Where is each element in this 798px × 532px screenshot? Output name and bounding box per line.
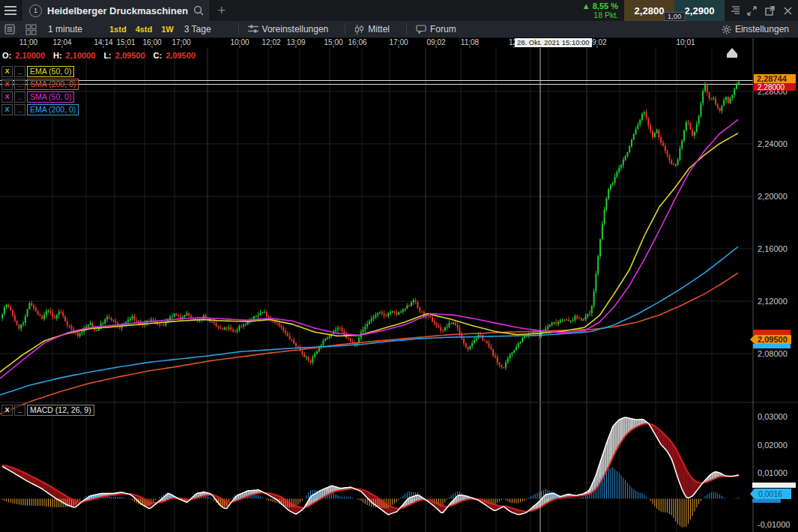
up-arrow-icon: ▲ — [582, 1, 590, 10]
time-axis: 11:0012:0414:1415:0116:0017:0010:0012:02… — [19, 38, 695, 48]
svg-text:12:04: 12:04 — [52, 38, 71, 46]
svg-text:2,12000: 2,12000 — [758, 297, 788, 306]
preset-4std-button[interactable]: 4std — [131, 25, 157, 34]
legend-ema200: X _ EMA (200, 0) — [1, 104, 79, 115]
minimize-indicator-button[interactable]: _ — [14, 91, 25, 103]
crosshair-date-tooltip: 28. Okt. 2021 15:10:00 — [515, 37, 592, 47]
gear-icon — [722, 25, 731, 34]
remove-indicator-button[interactable]: X — [1, 104, 13, 115]
minimize-indicator-button[interactable]: _ — [14, 405, 25, 416]
legend-sma200: X _ SMA (200, 0) — [1, 79, 79, 89]
svg-text:2,28744: 2,28744 — [757, 74, 788, 83]
svg-text:2,16000: 2,16000 — [758, 244, 788, 253]
bid-ask-quote: 2,2800 2,2900 1,00 — [624, 0, 725, 21]
svg-text:-0,01000: -0,01000 — [758, 520, 790, 529]
legend-macd: X _ MACD (12, 26, 9) — [1, 405, 94, 415]
open-value: 2,10000 — [15, 51, 45, 60]
svg-text:11:00: 11:00 — [19, 38, 38, 46]
legend-sma50: X _ SMA (50, 0) — [1, 91, 74, 102]
ohlc-readout: O:2,10000 H:2,10000 L:2,09500 C:2,09500 — [2, 51, 200, 60]
svg-text:0,03000: 0,03000 — [758, 412, 788, 421]
toolbar-separator — [238, 23, 239, 35]
add-tab-button[interactable]: + — [211, 0, 233, 21]
price-lines-layer — [0, 81, 753, 85]
fullscreen-icon[interactable] — [744, 6, 759, 16]
remove-indicator-button[interactable]: X — [1, 91, 13, 103]
minimize-indicator-button[interactable]: _ — [14, 104, 25, 115]
macd-fill-layer — [2, 417, 739, 515]
jump-to-latest-icon[interactable] — [727, 48, 737, 58]
voreinstellungen-button[interactable]: Voreinstellungen — [242, 21, 335, 37]
svg-text:2,24000: 2,24000 — [758, 139, 788, 148]
svg-text:11:08: 11:08 — [461, 38, 480, 46]
svg-text:10:01: 10:01 — [676, 38, 695, 46]
svg-text:17:00: 17:00 — [389, 38, 408, 46]
indicator-label[interactable]: SMA (200, 0) — [27, 79, 79, 90]
legend-ema50: X _ EMA (50, 0) — [1, 66, 74, 76]
title-bar: 1 Heidelberger Druckmaschinen + ▲ 8,55 %… — [0, 0, 798, 21]
range-3tage-button[interactable]: 3 Tage — [178, 21, 217, 37]
svg-text:14:14: 14:14 — [94, 38, 112, 46]
instrument-tab[interactable]: 1 Heidelberger Druckmaschinen — [21, 0, 211, 21]
close-icon[interactable] — [780, 7, 795, 15]
forum-bubble-icon — [416, 25, 426, 34]
indicator-label[interactable]: EMA (50, 0) — [27, 66, 74, 77]
indicator-label[interactable]: SMA (50, 0) — [27, 91, 74, 103]
axis-badges: 2,287442,280002,095000,0016 — [750, 74, 796, 503]
popout-icon[interactable] — [762, 6, 777, 16]
forum-button[interactable]: Forum — [410, 21, 462, 37]
orderbook-depth-icon[interactable] — [728, 6, 741, 15]
svg-text:16:00: 16:00 — [142, 38, 161, 46]
svg-text:17:00: 17:00 — [172, 38, 190, 46]
svg-text:10:00: 10:00 — [230, 38, 249, 46]
toolbar-separator — [406, 23, 407, 35]
svg-text:2,28000: 2,28000 — [758, 83, 785, 91]
tab-number-badge: 1 — [29, 4, 42, 17]
remove-indicator-button[interactable]: X — [1, 79, 13, 90]
einstellungen-button[interactable]: Einstellungen — [716, 21, 798, 37]
spread-value: 1,00 — [664, 12, 686, 21]
svg-text:0,01000: 0,01000 — [758, 468, 788, 477]
close-value: 2,09500 — [166, 51, 196, 60]
high-value: 2,10000 — [66, 51, 96, 60]
menu-icon[interactable] — [0, 0, 21, 21]
svg-text:15:01: 15:01 — [116, 38, 135, 46]
svg-text:13:09: 13:09 — [286, 38, 305, 46]
svg-text:09:02: 09:02 — [426, 38, 445, 46]
chart-canvas[interactable]: 2,280002,240002,200002,160002,120002,080… — [0, 37, 798, 532]
change-percent: 8,55 % — [593, 1, 618, 10]
change-points: 18 Pkt. — [593, 10, 618, 19]
svg-text:2,09500: 2,09500 — [758, 335, 788, 344]
svg-text:2,08000: 2,08000 — [758, 349, 788, 358]
ema50-line — [0, 133, 738, 372]
search-icon[interactable] — [193, 5, 204, 16]
indicator-label[interactable]: MACD (12, 26, 9) — [27, 405, 94, 416]
instrument-title: Heidelberger Druckmaschinen — [47, 5, 188, 16]
indicator-candle-icon — [354, 25, 364, 34]
low-value: 2,09500 — [115, 51, 145, 60]
chart-toolbar: 1 minute 1std 4std 1W 3 Tage Voreinstell… — [0, 21, 798, 38]
svg-text:2,20000: 2,20000 — [758, 192, 788, 201]
minimize-indicator-button[interactable]: _ — [14, 79, 25, 90]
toolbar-separator — [345, 23, 345, 35]
svg-text:15:00: 15:00 — [324, 38, 342, 46]
sliders-icon — [248, 25, 259, 34]
price-axis-labels: 2,280002,240002,200002,160002,120002,080… — [758, 87, 790, 529]
layout-grid-icon[interactable] — [19, 24, 42, 35]
indicator-label[interactable]: EMA (200, 0) — [27, 104, 79, 115]
minimize-indicator-button[interactable]: _ — [14, 66, 25, 77]
mittel-button[interactable]: Mittel — [348, 21, 396, 37]
watchlist-icon[interactable] — [0, 24, 19, 34]
preset-1std-button[interactable]: 1std — [105, 25, 131, 34]
svg-text:16:06: 16:06 — [348, 38, 366, 46]
timeframe-select[interactable]: 1 minute — [42, 21, 105, 37]
svg-text:0,0016: 0,0016 — [758, 489, 782, 498]
svg-text:12:02: 12:02 — [262, 38, 280, 46]
preset-1w-button[interactable]: 1W — [157, 25, 178, 34]
svg-text:0,02000: 0,02000 — [758, 441, 788, 450]
remove-indicator-button[interactable]: X — [1, 405, 13, 416]
remove-indicator-button[interactable]: X — [1, 66, 13, 77]
change-block: ▲ 8,55 % 18 Pkt. — [582, 1, 618, 19]
